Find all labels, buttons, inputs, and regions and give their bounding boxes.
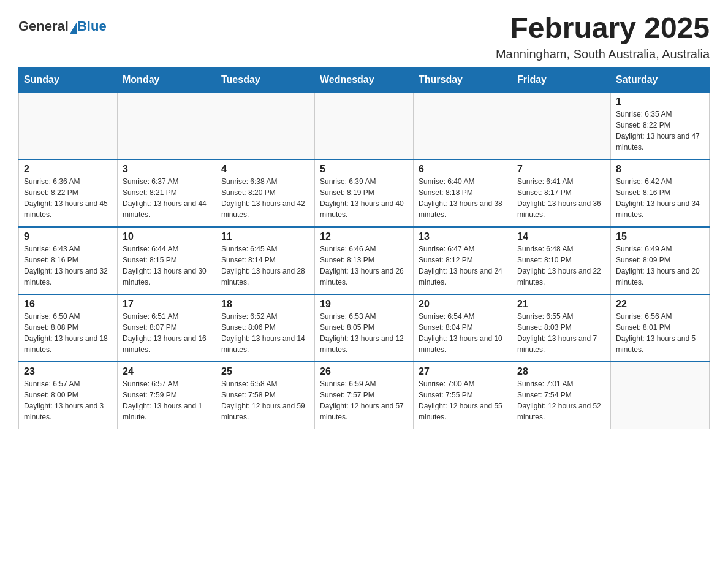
day-info: Sunrise: 6:37 AM Sunset: 8:21 PM Dayligh… — [123, 176, 211, 220]
day-number: 25 — [221, 366, 309, 377]
calendar-cell — [315, 92, 414, 159]
day-number: 4 — [221, 164, 309, 175]
page-header: General Blue February 2025 Manningham, S… — [18, 12, 710, 61]
calendar-cell: 1Sunrise: 6:35 AM Sunset: 8:22 PM Daylig… — [611, 92, 710, 159]
calendar-cell: 2Sunrise: 6:36 AM Sunset: 8:22 PM Daylig… — [19, 159, 118, 227]
day-number: 7 — [517, 164, 605, 175]
day-info: Sunrise: 6:35 AM Sunset: 8:22 PM Dayligh… — [616, 109, 704, 153]
day-number: 12 — [320, 231, 408, 242]
logo-icon — [70, 21, 77, 34]
col-header-wednesday: Wednesday — [315, 67, 414, 92]
calendar-cell: 18Sunrise: 6:52 AM Sunset: 8:06 PM Dayli… — [216, 294, 315, 362]
day-info: Sunrise: 6:54 AM Sunset: 8:04 PM Dayligh… — [419, 311, 507, 355]
calendar-cell — [611, 362, 710, 429]
day-info: Sunrise: 6:59 AM Sunset: 7:57 PM Dayligh… — [320, 378, 408, 423]
calendar-cell: 23Sunrise: 6:57 AM Sunset: 8:00 PM Dayli… — [19, 362, 118, 429]
col-header-tuesday: Tuesday — [216, 67, 315, 92]
month-title: February 2025 — [496, 12, 710, 45]
calendar-cell: 26Sunrise: 6:59 AM Sunset: 7:57 PM Dayli… — [315, 362, 414, 429]
day-number: 3 — [123, 164, 211, 175]
day-info: Sunrise: 7:01 AM Sunset: 7:54 PM Dayligh… — [517, 378, 605, 423]
day-info: Sunrise: 6:44 AM Sunset: 8:15 PM Dayligh… — [123, 243, 211, 288]
calendar-cell: 6Sunrise: 6:40 AM Sunset: 8:18 PM Daylig… — [414, 159, 512, 227]
day-number: 26 — [320, 366, 408, 377]
day-number: 19 — [320, 299, 408, 310]
calendar-cell: 13Sunrise: 6:47 AM Sunset: 8:12 PM Dayli… — [414, 227, 512, 294]
location-subtitle: Manningham, South Australia, Australia — [496, 47, 710, 61]
calendar-cell: 24Sunrise: 6:57 AM Sunset: 7:59 PM Dayli… — [118, 362, 216, 429]
day-info: Sunrise: 7:00 AM Sunset: 7:55 PM Dayligh… — [419, 378, 507, 423]
week-row-3: 16Sunrise: 6:50 AM Sunset: 8:08 PM Dayli… — [19, 294, 710, 362]
day-number: 21 — [517, 299, 605, 310]
day-number: 13 — [419, 231, 507, 242]
day-number: 6 — [419, 164, 507, 175]
day-number: 9 — [24, 231, 112, 242]
calendar-cell: 20Sunrise: 6:54 AM Sunset: 8:04 PM Dayli… — [414, 294, 512, 362]
week-row-0: 1Sunrise: 6:35 AM Sunset: 8:22 PM Daylig… — [19, 92, 710, 159]
day-info: Sunrise: 6:51 AM Sunset: 8:07 PM Dayligh… — [123, 311, 211, 355]
calendar-cell: 15Sunrise: 6:49 AM Sunset: 8:09 PM Dayli… — [611, 227, 710, 294]
day-info: Sunrise: 6:38 AM Sunset: 8:20 PM Dayligh… — [221, 176, 309, 220]
day-info: Sunrise: 6:45 AM Sunset: 8:14 PM Dayligh… — [221, 243, 309, 288]
day-number: 8 — [616, 164, 704, 175]
day-info: Sunrise: 6:53 AM Sunset: 8:05 PM Dayligh… — [320, 311, 408, 355]
day-number: 24 — [123, 366, 211, 377]
day-number: 27 — [419, 366, 507, 377]
day-info: Sunrise: 6:48 AM Sunset: 8:10 PM Dayligh… — [517, 243, 605, 288]
day-info: Sunrise: 6:50 AM Sunset: 8:08 PM Dayligh… — [24, 311, 112, 355]
week-row-2: 9Sunrise: 6:43 AM Sunset: 8:16 PM Daylig… — [19, 227, 710, 294]
day-info: Sunrise: 6:55 AM Sunset: 8:03 PM Dayligh… — [517, 311, 605, 355]
day-info: Sunrise: 6:57 AM Sunset: 7:59 PM Dayligh… — [123, 378, 211, 423]
title-block: February 2025 Manningham, South Australi… — [496, 12, 710, 61]
calendar-cell: 4Sunrise: 6:38 AM Sunset: 8:20 PM Daylig… — [216, 159, 315, 227]
day-info: Sunrise: 6:43 AM Sunset: 8:16 PM Dayligh… — [24, 243, 112, 288]
calendar-header-row: SundayMondayTuesdayWednesdayThursdayFrid… — [19, 67, 710, 92]
day-number: 5 — [320, 164, 408, 175]
calendar-cell: 22Sunrise: 6:56 AM Sunset: 8:01 PM Dayli… — [611, 294, 710, 362]
day-number: 18 — [221, 299, 309, 310]
calendar-cell: 7Sunrise: 6:41 AM Sunset: 8:17 PM Daylig… — [512, 159, 611, 227]
day-number: 23 — [24, 366, 112, 377]
calendar-cell: 19Sunrise: 6:53 AM Sunset: 8:05 PM Dayli… — [315, 294, 414, 362]
col-header-sunday: Sunday — [19, 67, 118, 92]
calendar-cell: 8Sunrise: 6:42 AM Sunset: 8:16 PM Daylig… — [611, 159, 710, 227]
day-info: Sunrise: 6:46 AM Sunset: 8:13 PM Dayligh… — [320, 243, 408, 288]
calendar-cell: 11Sunrise: 6:45 AM Sunset: 8:14 PM Dayli… — [216, 227, 315, 294]
calendar-cell: 17Sunrise: 6:51 AM Sunset: 8:07 PM Dayli… — [118, 294, 216, 362]
col-header-monday: Monday — [118, 67, 216, 92]
col-header-thursday: Thursday — [414, 67, 512, 92]
day-number: 2 — [24, 164, 112, 175]
day-number: 11 — [221, 231, 309, 242]
day-info: Sunrise: 6:42 AM Sunset: 8:16 PM Dayligh… — [616, 176, 704, 220]
day-info: Sunrise: 6:47 AM Sunset: 8:12 PM Dayligh… — [419, 243, 507, 288]
day-number: 15 — [616, 231, 704, 242]
day-info: Sunrise: 6:52 AM Sunset: 8:06 PM Dayligh… — [221, 311, 309, 355]
day-info: Sunrise: 6:39 AM Sunset: 8:19 PM Dayligh… — [320, 176, 408, 220]
calendar-cell: 25Sunrise: 6:58 AM Sunset: 7:58 PM Dayli… — [216, 362, 315, 429]
day-info: Sunrise: 6:56 AM Sunset: 8:01 PM Dayligh… — [616, 311, 704, 355]
calendar-cell: 3Sunrise: 6:37 AM Sunset: 8:21 PM Daylig… — [118, 159, 216, 227]
day-number: 10 — [123, 231, 211, 242]
calendar-cell: 9Sunrise: 6:43 AM Sunset: 8:16 PM Daylig… — [19, 227, 118, 294]
day-info: Sunrise: 6:40 AM Sunset: 8:18 PM Dayligh… — [419, 176, 507, 220]
calendar-cell — [512, 92, 611, 159]
calendar-body: 1Sunrise: 6:35 AM Sunset: 8:22 PM Daylig… — [19, 92, 710, 429]
day-number: 1 — [616, 96, 704, 107]
week-row-4: 23Sunrise: 6:57 AM Sunset: 8:00 PM Dayli… — [19, 362, 710, 429]
day-number: 16 — [24, 299, 112, 310]
calendar-cell — [414, 92, 512, 159]
day-number: 28 — [517, 366, 605, 377]
calendar-cell: 21Sunrise: 6:55 AM Sunset: 8:03 PM Dayli… — [512, 294, 611, 362]
logo-general: General — [18, 18, 69, 34]
col-header-friday: Friday — [512, 67, 611, 92]
calendar-cell: 27Sunrise: 7:00 AM Sunset: 7:55 PM Dayli… — [414, 362, 512, 429]
logo-blue: Blue — [77, 18, 107, 34]
calendar-cell: 28Sunrise: 7:01 AM Sunset: 7:54 PM Dayli… — [512, 362, 611, 429]
day-info: Sunrise: 6:49 AM Sunset: 8:09 PM Dayligh… — [616, 243, 704, 288]
day-number: 17 — [123, 299, 211, 310]
calendar-cell: 10Sunrise: 6:44 AM Sunset: 8:15 PM Dayli… — [118, 227, 216, 294]
calendar-cell: 16Sunrise: 6:50 AM Sunset: 8:08 PM Dayli… — [19, 294, 118, 362]
calendar-cell: 12Sunrise: 6:46 AM Sunset: 8:13 PM Dayli… — [315, 227, 414, 294]
day-info: Sunrise: 6:41 AM Sunset: 8:17 PM Dayligh… — [517, 176, 605, 220]
calendar-cell — [216, 92, 315, 159]
